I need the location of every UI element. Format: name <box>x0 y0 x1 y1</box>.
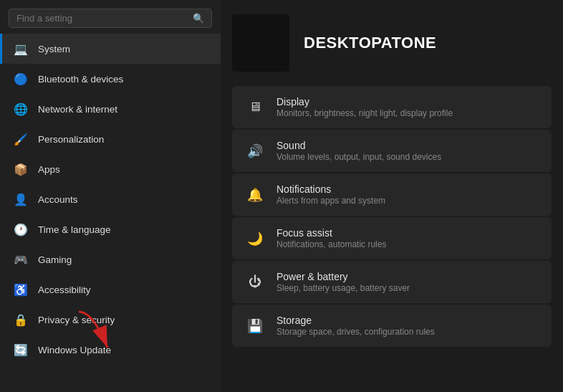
sidebar-item-label-system: System <box>38 44 70 54</box>
storage-title: Storage <box>276 315 435 326</box>
settings-item-display[interactable]: 🖥DisplayMonitors, brightness, night ligh… <box>232 86 552 128</box>
profile-name: DESKTOPATONE <box>304 34 436 52</box>
search-wrapper: 🔍 <box>0 0 221 34</box>
sound-text: SoundVolume levels, output, input, sound… <box>276 140 441 162</box>
sidebar-item-label-privacy: Privacy & security <box>38 315 115 325</box>
sidebar-item-accessibility[interactable]: ♿Accessibility <box>0 274 221 305</box>
settings-item-power[interactable]: ⏻Power & batterySleep, battery usage, ba… <box>232 261 552 303</box>
sidebar-item-time[interactable]: 🕐Time & language <box>0 214 221 244</box>
sound-icon: 🔊 <box>245 141 265 161</box>
display-text: DisplayMonitors, brightness, night light… <box>276 96 453 118</box>
focus-title: Focus assist <box>276 227 386 239</box>
sidebar: 🔍 💻System🔵Bluetooth & devices🌐Network & … <box>0 0 221 392</box>
notifications-desc: Alerts from apps and system <box>276 196 385 206</box>
network-icon: 🌐 <box>14 102 28 116</box>
display-title: Display <box>276 96 453 107</box>
sidebar-item-bluetooth[interactable]: 🔵Bluetooth & devices <box>0 64 221 94</box>
time-icon: 🕐 <box>14 222 28 236</box>
focus-desc: Notifications, automatic rules <box>276 239 386 249</box>
privacy-icon: 🔒 <box>14 312 28 327</box>
sidebar-item-label-bluetooth: Bluetooth & devices <box>38 74 123 85</box>
sidebar-item-label-time: Time & language <box>38 224 111 235</box>
accessibility-icon: ♿ <box>14 282 28 297</box>
sound-title: Sound <box>276 140 441 151</box>
profile-header: DESKTOPATONE <box>232 0 552 86</box>
sidebar-item-label-accounts: Accounts <box>38 194 78 205</box>
notifications-text: NotificationsAlerts from apps and system <box>276 183 385 206</box>
focus-icon: 🌙 <box>245 229 265 249</box>
accounts-icon: 👤 <box>14 192 28 206</box>
notifications-icon: 🔔 <box>245 185 265 205</box>
sidebar-item-network[interactable]: 🌐Network & internet <box>0 94 221 124</box>
notifications-title: Notifications <box>276 183 385 195</box>
search-box[interactable]: 🔍 <box>9 9 212 28</box>
power-icon: ⏻ <box>245 272 265 292</box>
sidebar-item-label-accessibility: Accessibility <box>38 285 91 295</box>
power-text: Power & batterySleep, battery usage, bat… <box>276 271 410 293</box>
sidebar-item-windows-update[interactable]: 🔄Windows Update <box>0 335 221 365</box>
settings-list: 🖥DisplayMonitors, brightness, night ligh… <box>232 86 552 347</box>
search-input[interactable] <box>16 13 187 24</box>
sidebar-nav: 💻System🔵Bluetooth & devices🌐Network & in… <box>0 34 221 392</box>
sidebar-item-label-personalization: Personalization <box>38 134 104 145</box>
sidebar-item-accounts[interactable]: 👤Accounts <box>0 184 221 214</box>
storage-desc: Storage space, drives, configuration rul… <box>276 327 435 337</box>
bluetooth-icon: 🔵 <box>14 72 28 86</box>
avatar <box>232 14 289 72</box>
personalization-icon: 🖌️ <box>14 132 28 146</box>
settings-item-storage[interactable]: 💾StorageStorage space, drives, configura… <box>232 305 552 347</box>
sound-desc: Volume levels, output, input, sound devi… <box>276 152 441 162</box>
search-icon: 🔍 <box>193 13 204 24</box>
gaming-icon: 🎮 <box>14 252 28 267</box>
power-title: Power & battery <box>276 271 410 282</box>
settings-item-notifications[interactable]: 🔔NotificationsAlerts from apps and syste… <box>232 173 552 216</box>
sidebar-item-apps[interactable]: 📦Apps <box>0 154 221 184</box>
sidebar-item-personalization[interactable]: 🖌️Personalization <box>0 124 221 154</box>
power-desc: Sleep, battery usage, battery saver <box>276 283 410 293</box>
settings-item-sound[interactable]: 🔊SoundVolume levels, output, input, soun… <box>232 130 552 172</box>
system-icon: 💻 <box>14 42 28 56</box>
apps-icon: 📦 <box>14 162 28 176</box>
storage-icon: 💾 <box>245 316 265 336</box>
focus-text: Focus assistNotifications, automatic rul… <box>276 227 386 249</box>
sidebar-item-label-gaming: Gaming <box>38 254 72 265</box>
sidebar-item-label-windows-update: Windows Update <box>38 345 111 355</box>
settings-item-focus[interactable]: 🌙Focus assistNotifications, automatic ru… <box>232 217 552 259</box>
windows-update-icon: 🔄 <box>14 343 28 357</box>
sidebar-item-system[interactable]: 💻System <box>0 34 221 64</box>
storage-text: StorageStorage space, drives, configurat… <box>276 315 435 337</box>
sidebar-item-gaming[interactable]: 🎮Gaming <box>0 244 221 274</box>
sidebar-item-label-network: Network & internet <box>38 104 117 115</box>
sidebar-item-privacy[interactable]: 🔒Privacy & security <box>0 305 221 335</box>
main-content: DESKTOPATONE 🖥DisplayMonitors, brightnes… <box>221 0 563 392</box>
display-icon: 🖥 <box>245 97 265 118</box>
sidebar-item-label-apps: Apps <box>38 164 60 175</box>
display-desc: Monitors, brightness, night light, displ… <box>276 108 453 118</box>
